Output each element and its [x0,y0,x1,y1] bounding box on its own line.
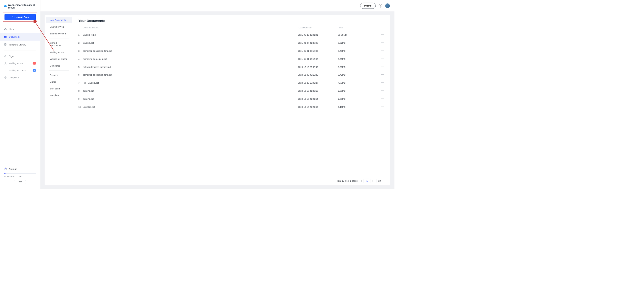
nav-home[interactable]: Home [0,25,40,33]
subnav-template[interactable]: Template [46,92,72,99]
chevron-down-icon [382,180,383,181]
subnav-drafts[interactable]: Drafts [46,79,72,85]
row-size: 0.25MB [338,58,378,60]
row-index: 9 [78,98,83,100]
pagination: Total 12 files, 1 pages 1 20 [78,176,385,183]
more-actions-icon[interactable]: ••• [381,89,384,92]
documents-panel: Your Documents Document Name Last Modifi… [73,15,390,185]
row-modified: 2020-10-20 15:03:27 [298,82,338,84]
nav-sign[interactable]: Sign [0,52,40,60]
more-actions-icon[interactable]: ••• [381,106,384,108]
col-document-name: Document Name [83,26,299,29]
table-row[interactable]: 8building.pdf2020-10-15 21:22:102.00MB••… [78,87,384,95]
table-row[interactable]: 1Sample_6.pdf2021-05-30 23:01:4133.39MB•… [78,31,384,39]
pie-chart-icon [4,168,7,170]
upload-highlight-box: Upload Files [3,13,37,22]
row-filename: building.pdf [83,98,298,100]
nav-label: Document [9,35,20,38]
topbar: Pricing ? [40,0,394,11]
row-size: 4.73MB [338,82,378,84]
page-title: Your Documents [78,19,385,23]
row-index: 4 [78,58,83,60]
nav-document[interactable]: Document [0,33,40,41]
subnav-shared-by-others[interactable]: Shared by others [46,30,72,37]
col-last-modified: Last Modified [299,26,339,29]
more-actions-icon[interactable]: ••• [381,41,384,44]
more-actions-icon[interactable]: ••• [381,74,384,76]
subnav-your-documents[interactable]: Your Documents [46,17,72,23]
pricing-button[interactable]: Pricing [360,3,376,9]
row-modified: 2020-12-02 02:16:39 [298,74,338,76]
subnav-declined[interactable]: Declined [46,72,72,78]
row-index: 5 [78,66,83,68]
table-row[interactable]: 3gamestop-application-form.pdf2021-01-01… [78,47,384,55]
table-row[interactable]: 6gamestop-application-form.pdf2020-12-02… [78,71,384,79]
buy-button[interactable]: Buy [14,180,26,184]
template-icon [4,43,7,46]
nav-label: Waiting for me [9,62,23,65]
storage-usage-text: 47.73 MB / 1.00 GB [4,175,36,178]
subnav-bulk-send[interactable]: Bulk Send [46,86,72,92]
badge-count: 5 [33,62,36,65]
row-filename: gamestop-application-form.pdf [83,50,298,52]
col-size: Size [339,26,379,29]
svg-rect-4 [5,44,6,44]
nav-completed[interactable]: Completed [0,74,40,81]
nav-label: Completed [9,76,19,79]
subnav-waiting-for-me[interactable]: Waiting for me [46,49,72,55]
table-row[interactable]: 10Logistics.pdf2020-10-15 21:21:521.11MB… [78,103,384,111]
more-actions-icon[interactable]: ••• [381,34,384,36]
nav-label: Template Library [9,43,26,46]
nav-label: Home [9,28,15,30]
table-body[interactable]: 1Sample_6.pdf2021-05-30 23:01:4133.39MB•… [78,31,385,113]
row-size: 2.00MB [338,90,378,92]
help-icon[interactable]: ? [379,4,382,7]
brand-name: Wondershare Document Cloud [8,4,36,9]
people-icon [4,69,7,72]
more-actions-icon[interactable]: ••• [381,97,384,100]
more-actions-icon[interactable]: ••• [381,66,384,68]
nav-template-library[interactable]: Template Library [0,41,40,48]
subnav-shared-by-you[interactable]: Shared by you [46,24,72,30]
more-actions-icon[interactable]: ••• [381,82,384,84]
row-index: 6 [78,74,83,76]
row-filename: pdf wondershare example.pdf [83,66,298,68]
nav-waiting-for-others[interactable]: Waiting for others 3 [0,67,40,74]
table-row[interactable]: 9building.pdf2020-10-15 21:21:542.00MB••… [78,95,384,103]
subnav-waiting-for-others[interactable]: Waiting for others [46,56,72,62]
sidebar: Wondershare Document Cloud Upload Files … [0,0,40,189]
row-filename: Sample.pdf [83,42,298,44]
storage-label: Storage [9,168,17,170]
row-modified: 2021-03-07 21:38:05 [298,42,338,44]
row-index: 8 [78,90,83,92]
row-filename: building.pdf [83,90,298,92]
pager-prev[interactable] [359,179,363,183]
pen-icon [4,55,7,57]
more-actions-icon[interactable]: ••• [381,49,384,52]
row-modified: 2020-10-15 21:22:10 [298,90,338,92]
subnav-signed-documents[interactable]: Signed Documents [46,40,72,48]
table-row[interactable]: 5pdf wondershare example.pdf2020-12-15 2… [78,63,384,71]
document-subnav: Your Documents Shared by you Shared by o… [45,15,73,185]
user-avatar[interactable] [385,3,390,8]
upload-files-button[interactable]: Upload Files [5,14,36,20]
nav-label: Sign [9,55,14,57]
home-icon [4,28,7,30]
table-row[interactable]: 2Sample.pdf2021-03-07 21:38:050.02MB••• [78,39,384,47]
primary-nav: Home Document Template Library Sign Wait… [0,25,40,81]
storage-progress [4,173,36,174]
pager-next[interactable] [371,179,375,183]
table-row[interactable]: 4marketing-agreement.pdf2021-01-01 00:17… [78,55,384,63]
nav-waiting-for-me[interactable]: Waiting for me 5 [0,60,40,67]
nav-label: Waiting for others [9,69,26,72]
pager-page-1[interactable]: 1 [365,179,369,183]
table-row[interactable]: 7PDF-Sample.pdf2020-10-20 15:03:274.73MB… [78,79,384,87]
nav-divider [4,50,36,50]
subnav-completed[interactable]: Completed [46,63,72,69]
more-actions-icon[interactable]: ••• [381,58,384,60]
row-size: 0.49MB [338,74,378,76]
page-size-select[interactable]: 20 [377,179,385,183]
row-size: 0.49MB [338,50,378,52]
row-modified: 2020-12-15 22:38:49 [298,66,338,68]
page-size-value: 20 [378,180,381,182]
